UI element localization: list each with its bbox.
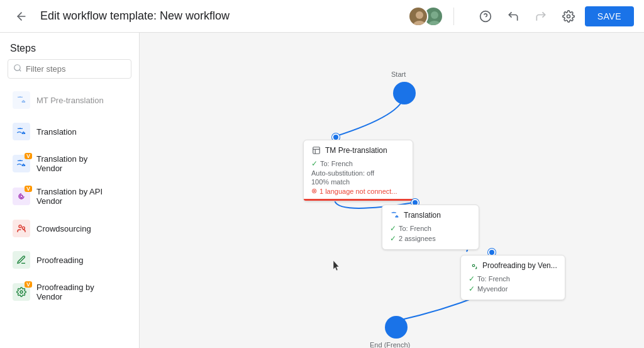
translation-node-title: Translation xyxy=(404,211,441,220)
vendor-badge-proof: V xyxy=(25,281,32,288)
sidebar: Steps MT Pre-translation ⠿ xyxy=(0,33,140,348)
tm-pre-title: TM Pre-translation xyxy=(325,146,387,155)
crowdsourcing-icon xyxy=(13,220,30,237)
svg-point-10 xyxy=(20,195,23,198)
avatar-1 xyxy=(408,6,428,26)
header-actions: SAVE xyxy=(474,5,634,28)
translation-node[interactable]: Translation ✓ To: French ✓ 2 assignees xyxy=(382,205,479,250)
divider xyxy=(453,8,454,25)
translation-icon xyxy=(13,123,30,140)
svg-point-7 xyxy=(567,14,570,18)
tm-pre-error: ⊗ 1 language not connect... xyxy=(311,187,405,195)
redo-button[interactable] xyxy=(530,5,552,28)
settings-button[interactable] xyxy=(557,5,580,28)
tm-pre-translation-node[interactable]: TM Pre-translation ✓ To: French Auto-sub… xyxy=(303,140,413,201)
svg-point-15 xyxy=(472,264,475,267)
check-icon-4: ✓ xyxy=(469,274,475,283)
proofreading-vendor-title: Proofreading by Ven... xyxy=(482,261,557,270)
mt-pre-label: MT Pre-translation xyxy=(36,96,114,105)
proof-row-1-text: To: French xyxy=(477,275,510,283)
translation-api-label: Translation by API Vendor xyxy=(36,187,114,206)
translation-icon-wrapper xyxy=(13,123,30,140)
check-icon-5: ✓ xyxy=(469,284,475,293)
sidebar-item-proofreading-vendor[interactable]: V Proofreading by Vendor ⠿ xyxy=(4,276,135,308)
sidebar-item-translation-api[interactable]: V Translation by API Vendor ⠿ xyxy=(4,181,135,212)
translation-label: Translation xyxy=(36,127,114,137)
translation-vendor-icon-wrapper: V xyxy=(13,155,30,172)
back-button[interactable] xyxy=(10,5,33,28)
svg-point-12 xyxy=(22,227,25,229)
sidebar-item-translation-vendor[interactable]: V Translation by Vendor ⠿ xyxy=(4,148,135,179)
svg-point-2 xyxy=(413,21,426,26)
proofreading-vendor-node[interactable]: Proofreading by Ven... ✓ To: French ✓ My… xyxy=(460,255,565,300)
check-icon-2: ✓ xyxy=(390,224,396,233)
translation-row-2: ✓ 2 assignees xyxy=(390,234,471,243)
svg-point-1 xyxy=(416,11,423,19)
proofreading-vendor-node-icon xyxy=(469,261,479,271)
avatar-group xyxy=(408,6,443,26)
cursor xyxy=(333,261,340,271)
sidebar-title: Steps xyxy=(0,33,139,59)
tm-pre-row-3-text: 100% match xyxy=(311,178,350,186)
end-node[interactable] xyxy=(385,316,408,339)
proofreading-icon-wrapper xyxy=(13,251,30,269)
proof-row-1: ✓ To: French xyxy=(469,274,557,283)
search-input[interactable] xyxy=(26,64,126,74)
proof-row-2: ✓ Myvendor xyxy=(469,284,557,293)
proof-row-2-text: Myvendor xyxy=(477,285,508,293)
help-button[interactable] xyxy=(474,5,497,28)
translation-row-1-text: To: French xyxy=(399,225,431,232)
header: Edit workflow template: New workflow SAV… xyxy=(0,0,644,33)
tm-pre-row-1: ✓ To: French xyxy=(311,159,405,168)
crowdsourcing-label: Crowdsourcing xyxy=(36,224,114,233)
translation-node-header: Translation xyxy=(390,210,471,220)
sidebar-items-list: MT Pre-translation ⠿ Translation ⠿ xyxy=(0,84,139,348)
proofreading-vendor-icon-wrapper: V xyxy=(13,283,30,301)
end-label: End (French) xyxy=(370,341,410,348)
tm-pre-row-1-text: To: French xyxy=(320,160,353,167)
mt-pre-icon-wrapper xyxy=(13,91,30,109)
svg-point-8 xyxy=(14,65,20,70)
vendor-badge-api: V xyxy=(25,186,32,192)
translation-node-icon xyxy=(390,210,400,220)
translation-row-1: ✓ To: French xyxy=(390,224,471,233)
search-icon xyxy=(13,64,22,74)
tm-pre-node-icon xyxy=(311,145,321,155)
page-title: Edit workflow template: New workflow xyxy=(40,9,401,23)
error-icon: ⊗ xyxy=(311,187,317,195)
svg-line-9 xyxy=(19,70,21,72)
translation-row-2-text: 2 assignees xyxy=(399,235,436,242)
tm-pre-row-2-text: Auto-substitution: off xyxy=(311,169,374,177)
tm-pre-row-2: Auto-substitution: off xyxy=(311,169,405,177)
error-bar xyxy=(304,199,413,201)
workflow-canvas[interactable]: Start TM Pre-translation ✓ To: French Au… xyxy=(140,33,644,348)
search-container xyxy=(8,59,131,79)
tm-pre-header: TM Pre-translation xyxy=(311,145,405,155)
translation-vendor-label: Translation by Vendor xyxy=(36,154,114,173)
mt-pre-icon xyxy=(13,91,30,109)
tm-pre-error-text: 1 language not connect... xyxy=(319,188,397,195)
check-icon-3: ✓ xyxy=(390,234,396,243)
proofreading-icon xyxy=(13,251,30,269)
save-button[interactable]: SAVE xyxy=(585,6,634,26)
svg-point-3 xyxy=(431,11,438,19)
proofreading-vendor-label: Proofreading by Vendor xyxy=(36,283,114,301)
crowdsourcing-icon-wrapper xyxy=(13,220,30,237)
proofreading-vendor-header: Proofreading by Ven... xyxy=(469,261,557,271)
sidebar-item-crowdsourcing[interactable]: Crowdsourcing ⠿ xyxy=(4,213,135,244)
translation-api-icon-wrapper: V xyxy=(13,188,30,205)
start-label: Start xyxy=(391,70,406,78)
check-icon: ✓ xyxy=(311,159,318,168)
svg-point-4 xyxy=(428,21,441,26)
sidebar-item-translation[interactable]: Translation ⠿ xyxy=(4,116,135,147)
start-node[interactable] xyxy=(393,82,416,104)
svg-point-11 xyxy=(19,225,21,228)
proofreading-label: Proofreading xyxy=(36,255,114,265)
tm-pre-row-3: 100% match xyxy=(311,178,405,186)
svg-rect-14 xyxy=(313,147,320,154)
sidebar-item-proofreading[interactable]: Proofreading ⠿ xyxy=(4,245,135,275)
svg-point-13 xyxy=(20,291,23,293)
undo-button[interactable] xyxy=(502,5,525,28)
main-layout: Steps MT Pre-translation ⠿ xyxy=(0,33,644,348)
sidebar-item-mt-pre[interactable]: MT Pre-translation ⠿ xyxy=(4,85,135,115)
